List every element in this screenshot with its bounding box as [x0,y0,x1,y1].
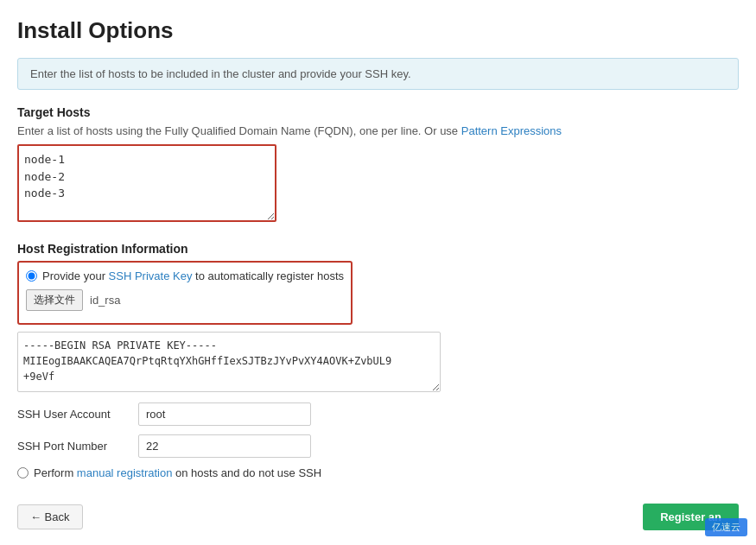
target-hosts-title: Target Hosts [17,105,739,119]
info-banner-text: Enter the list of hosts to be included i… [30,67,411,80]
target-hosts-section: Target Hosts Enter a list of hosts using… [17,105,739,225]
ssh-port-label: SSH Port Number [17,440,138,453]
target-hosts-desc: Enter a list of hosts using the Fully Qu… [17,124,739,137]
radio-ssh-prefix: Provide your [42,269,105,282]
ssh-port-input[interactable] [138,434,311,458]
manual-prefix: Perform [34,466,73,479]
bottom-bar: ← Back Register an [17,495,739,530]
watermark-badge: 亿速云 [705,518,747,536]
page-container: Install Options Enter the list of hosts … [0,0,756,545]
page-title: Install Options [17,17,739,44]
hosts-textarea[interactable]: node-1 node-2 node-3 [17,144,276,222]
radio-manual-label: Perform manual registration on hosts and… [34,466,321,479]
key-textarea-wrapper: -----BEGIN RSA PRIVATE KEY----- MIIEogIB… [17,332,739,392]
info-banner: Enter the list of hosts to be included i… [17,58,739,90]
target-hosts-desc-text: Enter a list of hosts using the Fully Qu… [17,124,458,137]
radio-ssh[interactable] [26,270,37,282]
ssh-private-key-link[interactable]: SSH Private Key [109,269,195,282]
manual-suffix: on hosts and do not use SSH [175,466,321,479]
radio-manual[interactable] [17,467,29,478]
host-reg-title: Host Registration Information [17,242,739,256]
ssh-user-label: SSH User Account [17,408,138,421]
radio-ssh-row: Provide your SSH Private Key to automati… [26,269,344,282]
back-button[interactable]: ← Back [17,504,83,529]
radio-ssh-suffix: to automatically register hosts [195,269,344,282]
ssh-user-input[interactable] [138,402,311,426]
ssh-key-box: Provide your SSH Private Key to automati… [17,261,353,325]
file-row: 选择文件 id_rsa [26,289,344,311]
file-name: id_rsa [90,294,120,307]
ssh-user-row: SSH User Account [17,402,739,426]
choose-file-button[interactable]: 选择文件 [26,289,83,311]
radio-ssh-label: Provide your SSH Private Key to automati… [42,269,344,282]
ssh-key-textarea[interactable]: -----BEGIN RSA PRIVATE KEY----- MIIEogIB… [17,332,441,392]
pattern-expressions-link[interactable]: Pattern Expressions [461,124,562,137]
manual-reg-row: Perform manual registration on hosts and… [17,466,739,479]
host-reg-section: Host Registration Information Provide yo… [17,242,739,479]
manual-registration-link[interactable]: manual registration [77,466,175,479]
ssh-port-row: SSH Port Number [17,434,739,458]
